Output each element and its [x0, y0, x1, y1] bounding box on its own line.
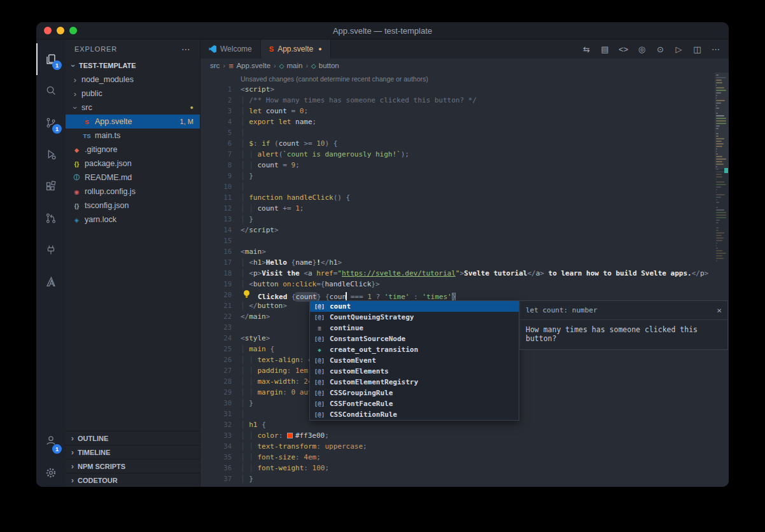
- suggest-item[interactable]: [@]CountQueuingStrategy: [310, 312, 519, 323]
- suggest-label: CustomEvent: [330, 356, 376, 365]
- activity-extensions-button[interactable]: [36, 171, 66, 202]
- code-line[interactable]: 33│ │ color: #ff3e00;: [200, 430, 729, 441]
- minimize-window-button[interactable]: [57, 27, 64, 34]
- tree-file-item[interactable]: {}package.json: [66, 157, 200, 171]
- code-line[interactable]: 2│ /** How many times has someone clicke…: [200, 95, 729, 106]
- code-line[interactable]: 16<main>: [200, 246, 729, 257]
- window-title: App.svelte — test-template: [333, 26, 432, 36]
- chevron-right-icon: ›: [69, 476, 76, 484]
- activity-source-control-button[interactable]: 1: [36, 107, 66, 139]
- record-icon[interactable]: ◎: [633, 45, 651, 54]
- line-number: 35: [200, 452, 235, 463]
- code-line[interactable]: 14</script>: [200, 225, 729, 235]
- more-actions-icon[interactable]: ⋯: [181, 44, 191, 54]
- suggest-item[interactable]: [@]ConstantSourceNode: [310, 333, 519, 344]
- tree-file-item[interactable]: ◆.gitignore: [66, 143, 200, 157]
- code-line[interactable]: 36│ │ font-weight: 100;: [200, 463, 729, 473]
- color-swatch[interactable]: [287, 433, 293, 438]
- zoom-window-button[interactable]: [69, 27, 77, 34]
- code-line[interactable]: 3│ let count = 0;: [200, 106, 729, 116]
- activity-azure-button[interactable]: [36, 266, 66, 298]
- code-line[interactable]: 17│ <h1>Hello {name}!</h1>: [200, 257, 729, 268]
- tree-file-item[interactable]: ◈yarn.lock: [66, 213, 200, 227]
- workspace-section-header[interactable]: › TEST-TEMPLATE: [66, 59, 200, 73]
- line-number: 14: [200, 225, 235, 235]
- tree-file-item[interactable]: {}tsconfig.json: [66, 199, 200, 213]
- line-number: 5: [200, 127, 235, 138]
- code-line[interactable]: 5│: [200, 127, 729, 138]
- suggest-item[interactable]: [@]CustomElementRegistry: [310, 377, 519, 388]
- code-line[interactable]: 19│ <button on:click={handleClick}>: [200, 279, 729, 290]
- code-line[interactable]: 4│ export let name;: [200, 116, 729, 127]
- code-line[interactable]: 20Clicked {count} {coun === 1 ? 'time' :…: [200, 290, 729, 300]
- tree-folder-item[interactable]: ›node_modules: [66, 73, 200, 87]
- tab-app-svelte[interactable]: S App.svelte ●: [261, 39, 331, 59]
- tree-folder-item[interactable]: ›public: [66, 87, 200, 101]
- code-line[interactable]: 7│ │ alert(`count is dangerously high!`)…: [200, 149, 729, 160]
- suggest-item[interactable]: ≡continue: [310, 323, 519, 333]
- code-line[interactable]: 34│ │ text-transform: uppercase;: [200, 441, 729, 452]
- suggest-label: ConstantSourceNode: [330, 335, 405, 343]
- close-window-button[interactable]: [44, 27, 52, 34]
- code-line[interactable]: 11│ function handleClick() {: [200, 192, 729, 203]
- tree-folder-item[interactable]: ›src●: [66, 101, 200, 115]
- breadcrumb-item-app-svelte[interactable]: ≣App.svelte: [228, 62, 270, 69]
- close-icon[interactable]: ×: [717, 305, 722, 315]
- tree-file-item[interactable]: ⓘREADME.md: [66, 171, 200, 185]
- code-line[interactable]: 13│ }: [200, 214, 729, 225]
- tab-label: Welcome: [220, 45, 252, 53]
- accounts-button[interactable]: 1: [36, 427, 66, 459]
- suggest-item[interactable]: ❖create_out_transition: [310, 344, 519, 355]
- panel-header-codetour[interactable]: ›CODETOUR: [66, 473, 200, 487]
- code-text: │ function handleClick() {: [241, 192, 350, 203]
- panel-header-outline[interactable]: ›OUTLINE: [66, 431, 200, 445]
- more-actions-icon[interactable]: ⋯: [706, 45, 725, 54]
- split-editor-icon[interactable]: ◫: [688, 45, 706, 54]
- code-line[interactable]: 6│ $: if (count >= 10) {: [200, 138, 729, 149]
- tree-file-item[interactable]: SApp.svelte1, M: [66, 115, 200, 129]
- code-line[interactable]: 35│ │ font-size: 4em;: [200, 452, 729, 463]
- suggest-item[interactable]: [@]CSSConditionRule: [310, 409, 519, 420]
- title-bar[interactable]: App.svelte — test-template: [36, 22, 729, 39]
- suggest-item[interactable]: [@]CSSGroupingRule: [310, 388, 519, 398]
- suggest-item[interactable]: [@]count: [310, 301, 519, 312]
- code-line[interactable]: 32│ h1 {: [200, 419, 729, 430]
- breadcrumb-item-button[interactable]: ◇button: [311, 62, 339, 69]
- suggest-item[interactable]: [@]customElements: [310, 366, 519, 377]
- code-text: │ │ color: #ff3e00;: [241, 430, 329, 441]
- activity-explorer-button[interactable]: 1: [36, 43, 66, 75]
- breadcrumb-item-main[interactable]: ◇main: [279, 62, 303, 69]
- run-icon[interactable]: ▷: [670, 45, 688, 54]
- line-number: 34: [200, 441, 235, 452]
- minimap[interactable]: [715, 73, 729, 487]
- lightbulb-icon[interactable]: [241, 290, 258, 299]
- inline-code-icon[interactable]: <>: [614, 45, 633, 54]
- tab-welcome[interactable]: Welcome: [200, 39, 261, 59]
- code-line[interactable]: 8│ │ count = 9;: [200, 160, 729, 171]
- code-editor[interactable]: Unsaved changes (cannot determine recent…: [200, 73, 729, 487]
- activity-github-pr-button[interactable]: [36, 202, 66, 234]
- suggest-item[interactable]: [@]CSSFontFaceRule: [310, 398, 519, 409]
- panel-header-timeline[interactable]: ›TIMELINE: [66, 445, 200, 459]
- suggest-item[interactable]: [@]CustomEvent: [310, 355, 519, 366]
- unsaved-dot-icon[interactable]: ●: [318, 46, 321, 52]
- code-line[interactable]: 37│ }: [200, 473, 729, 484]
- activity-remote-explorer-button[interactable]: [36, 234, 66, 266]
- code-line[interactable]: 12│ │ count += 1;: [200, 203, 729, 214]
- activity-run-debug-button[interactable]: [36, 139, 66, 171]
- breadcrumb-item-src[interactable]: src: [210, 62, 220, 69]
- code-line[interactable]: 9│ }: [200, 171, 729, 181]
- tree-file-item[interactable]: ◉rollup.config.js: [66, 185, 200, 199]
- settings-button[interactable]: [36, 459, 66, 487]
- code-line[interactable]: 10│: [200, 181, 729, 192]
- compare-changes-icon[interactable]: ⇆: [577, 45, 596, 54]
- code-line[interactable]: 15: [200, 235, 729, 246]
- code-line[interactable]: 1<script>: [200, 84, 729, 95]
- run-circle-icon[interactable]: ⊙: [651, 45, 670, 54]
- github-pull-requests-icon: [44, 211, 58, 225]
- open-changes-icon[interactable]: ▤: [596, 45, 614, 54]
- tree-file-item[interactable]: TSmain.ts: [66, 129, 200, 143]
- panel-header-npm-scripts[interactable]: ›NPM SCRIPTS: [66, 459, 200, 473]
- activity-search-button[interactable]: [36, 75, 66, 107]
- code-line[interactable]: 18│ <p>Visit the <a href="https://svelte…: [200, 268, 729, 279]
